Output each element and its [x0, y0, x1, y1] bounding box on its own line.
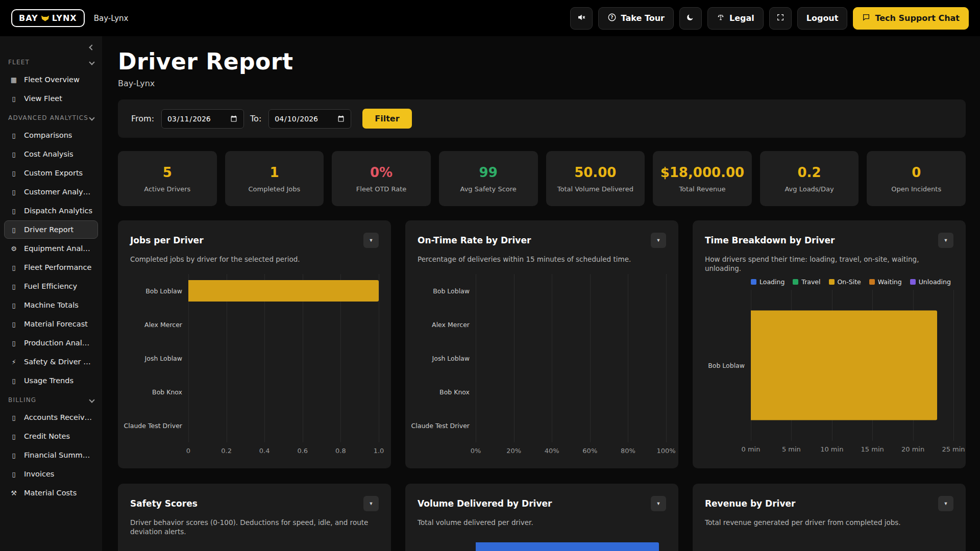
theme-toggle-button[interactable]: [679, 7, 702, 30]
sidebar-item-material-costs[interactable]: ⚒Material Costs: [4, 484, 98, 502]
legend-item-on-site: On-Site: [829, 278, 861, 286]
chart-title: Safety Scores: [130, 498, 198, 509]
sidebar-item-material-forecast[interactable]: ▯Material Forecast: [4, 315, 98, 333]
sidebar-item-label: Fleet Performance: [24, 263, 91, 271]
sidebar-item-financial-summary[interactable]: ▯Financial Summary: [4, 446, 98, 464]
kpi-card-total-volume-delivered: 50.00Total Volume Delivered: [546, 151, 645, 206]
sidebar-item-label: Material Costs: [24, 489, 77, 497]
production-icon: ▯: [9, 339, 18, 347]
legend-item-loading: Loading: [751, 278, 785, 286]
chart-description: Completed jobs by driver for the selecte…: [130, 255, 379, 264]
sidebar-item-accounts-receivable[interactable]: ▯Accounts Receivable: [4, 408, 98, 427]
kpi-card-fleet-otd-rate: 0%Fleet OTD Rate: [332, 151, 431, 206]
sidebar-item-driver-report[interactable]: ▯Driver Report: [4, 220, 98, 239]
sidebar-item-label: Safety & Driver Beh…: [24, 358, 93, 366]
sidebar-item-machine-totals[interactable]: ▯Machine Totals: [4, 296, 98, 314]
sidebar-item-label: Credit Notes: [24, 432, 70, 440]
sidebar-section-header[interactable]: BILLING: [0, 390, 102, 408]
filter-button[interactable]: Filter: [362, 109, 411, 129]
legend-label: Waiting: [878, 278, 902, 286]
sidebar-item-label: Usage Trends: [24, 377, 74, 385]
tech-support-chat-button[interactable]: Tech Support Chat: [853, 7, 969, 30]
x-tick-label: 60%: [582, 447, 597, 455]
sidebar-section-header[interactable]: FLEET: [0, 53, 102, 70]
sidebar: FLEET▦Fleet Overview▯View FleetADVANCED …: [0, 36, 102, 551]
truck-icon: ▯: [9, 95, 18, 103]
chart-menu-button[interactable]: ▼: [363, 496, 379, 511]
sidebar-item-production-analytics[interactable]: ▯Production Analytics: [4, 334, 98, 352]
sidebar-item-comparisons[interactable]: ▯Comparisons: [4, 126, 98, 144]
sidebar-item-dispatch-analytics[interactable]: ▯Dispatch Analytics: [4, 202, 98, 220]
chart-row: [188, 308, 379, 341]
charts-row-2: Safety Scores ▼ Driver behavior scores (…: [118, 484, 966, 551]
chart-description: Driver behavior scores (0-100). Deductio…: [130, 518, 379, 536]
invoice-icon: ▯: [9, 470, 18, 478]
y-category-label: Josh Loblaw: [418, 341, 476, 375]
question-circle-icon: ?: [607, 13, 617, 24]
x-tick-label: 0: [186, 447, 190, 455]
chart-row: [188, 375, 379, 409]
chart-title: On-Time Rate by Driver: [418, 235, 531, 245]
sidebar-item-fleet-performance[interactable]: ▯Fleet Performance: [4, 258, 98, 277]
kpi-label: Active Drivers: [141, 185, 193, 193]
mute-button[interactable]: [570, 7, 593, 30]
x-tick-label: 100%: [656, 447, 675, 455]
sidebar-item-invoices[interactable]: ▯Invoices: [4, 465, 98, 483]
legend-swatch: [910, 279, 916, 285]
baylynx-logo[interactable]: BAY LYNX: [11, 9, 85, 27]
sidebar-item-fleet-overview[interactable]: ▦Fleet Overview: [4, 70, 98, 89]
legend-item-waiting: Waiting: [869, 278, 902, 286]
sidebar-collapse-button[interactable]: [88, 41, 96, 53]
kpi-value: 0%: [370, 165, 393, 180]
take-tour-label: Take Tour: [621, 13, 665, 23]
chat-bubble-icon: [862, 13, 870, 23]
chart-menu-button[interactable]: ▼: [938, 496, 953, 511]
topbar-actions: ? Take Tour Legal Logout Te: [570, 7, 969, 30]
chart-row: [476, 409, 666, 442]
page-title: Driver Report: [118, 48, 966, 74]
grid-icon: ▦: [9, 76, 18, 84]
take-tour-button[interactable]: ? Take Tour: [598, 7, 674, 30]
kpi-value: 0.2: [798, 165, 821, 180]
to-label: To:: [250, 114, 261, 123]
on-time-rate-chart: Bob LoblawAlex MercerJosh LoblawBob Knox…: [418, 274, 666, 457]
sidebar-item-safety-driver-beh[interactable]: ⚡Safety & Driver Beh…: [4, 353, 98, 371]
x-tick-label: 20%: [506, 447, 521, 455]
chevron-down-icon: [89, 59, 94, 65]
hammer-icon: ⚒: [9, 489, 18, 497]
sidebar-item-custom-exports[interactable]: ▯Custom Exports: [4, 164, 98, 182]
gridline: [379, 274, 379, 442]
sidebar-item-credit-notes[interactable]: ▯Credit Notes: [4, 427, 98, 445]
sidebar-item-cost-analysis[interactable]: ▯Cost Analysis: [4, 145, 98, 163]
sidebar-section-label: BILLING: [8, 396, 36, 404]
chart-menu-button[interactable]: ▼: [363, 233, 379, 248]
sidebar-item-label: Cost Analysis: [24, 150, 74, 158]
fullscreen-button[interactable]: [769, 7, 792, 30]
from-date-input[interactable]: [161, 109, 244, 129]
sidebar-item-usage-trends[interactable]: ▯Usage Trends: [4, 371, 98, 390]
sidebar-item-label: Comparisons: [24, 131, 72, 139]
chart-row: [188, 341, 379, 375]
chart-menu-button[interactable]: ▼: [938, 233, 953, 248]
receivable-icon: ▯: [9, 414, 18, 421]
kpi-label: Total Revenue: [676, 185, 728, 193]
x-tick-label: 5 min: [782, 445, 801, 453]
sidebar-section-label: FLEET: [8, 59, 30, 66]
kpi-card-avg-safety-score: 99Avg Safety Score: [439, 151, 538, 206]
legal-button[interactable]: Legal: [707, 7, 764, 30]
gridline: [666, 274, 667, 442]
chart-row: [476, 274, 666, 308]
sidebar-item-customer-analytics[interactable]: ▯Customer Analytics: [4, 183, 98, 201]
sidebar-item-equipment-analytics[interactable]: ⚙Equipment Analytics: [4, 239, 98, 258]
sidebar-item-fuel-efficiency[interactable]: ▯Fuel Efficiency: [4, 277, 98, 295]
x-tick-label: 0%: [471, 447, 481, 455]
sidebar-section-header[interactable]: ADVANCED ANALYTICS: [0, 108, 102, 126]
logout-button[interactable]: Logout: [797, 7, 848, 30]
x-tick-label: 0 min: [742, 445, 761, 453]
y-category-label: Claude Test Driver: [130, 409, 188, 442]
sidebar-item-view-fleet[interactable]: ▯View Fleet: [4, 89, 98, 108]
chart-menu-button[interactable]: ▼: [651, 233, 666, 248]
to-date-input[interactable]: [268, 109, 351, 129]
chart-menu-button[interactable]: ▼: [651, 496, 666, 511]
compare-icon: ▯: [9, 132, 18, 139]
